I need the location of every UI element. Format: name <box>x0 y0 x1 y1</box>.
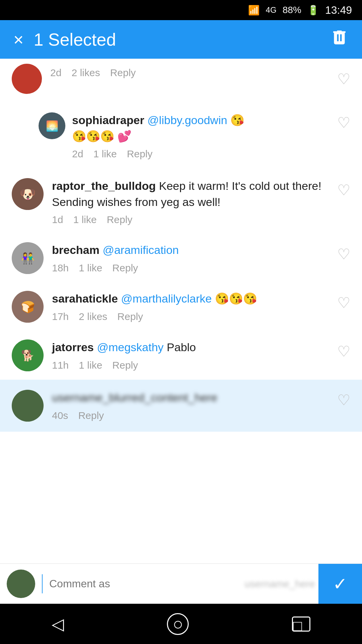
reply-button[interactable]: Reply <box>117 311 143 322</box>
avatar: 🐶 <box>12 178 44 210</box>
comment-mention: @marthalilyclarke <box>121 292 212 305</box>
comment-input-area: username_here ✓ <box>0 564 362 604</box>
reply-button[interactable]: Reply <box>107 214 132 225</box>
comment-body: jatorres @megskathy Pablo 11h 1 like Rep… <box>52 339 350 371</box>
comment-item: 🐕 jatorres @megskathy Pablo 11h 1 like R… <box>0 331 362 380</box>
comment-body: brecham @aramification 18h 1 like Reply <box>52 242 350 274</box>
comment-item: 2d 2 likes Reply ♡ <box>0 59 362 102</box>
comment-time: 2d <box>72 148 83 160</box>
selected-comment-item: username_blurred_content_here 40s Reply … <box>0 380 362 432</box>
status-bar: 📶 4G 88% 🔋 13:49 <box>0 0 362 20</box>
send-button[interactable]: ✓ <box>318 564 362 604</box>
comment-text: raptor_the_bulldog Keep it warm! It's co… <box>52 178 350 210</box>
comment-meta: 40s Reply <box>52 410 350 421</box>
comment-item: 🌅 sophiadraper @libby.goodwin 😘 😘😘😘 💕 2d… <box>27 102 362 170</box>
recent-apps-button[interactable]: □ <box>292 616 310 632</box>
reply-button[interactable]: Reply <box>78 410 104 421</box>
comment-likes: 2 likes <box>71 67 100 78</box>
comment-time: 1d <box>52 214 63 225</box>
comment-time: 17h <box>52 311 69 322</box>
like-button[interactable]: ♡ <box>337 114 350 131</box>
comment-username: jatorres <box>52 341 94 354</box>
comment-time: 11h <box>52 360 69 371</box>
comment-meta: 17h 2 likes Reply <box>52 311 350 322</box>
comment-mention: @aramification <box>103 244 179 256</box>
comment-username: raptor_the_bulldog <box>52 179 156 192</box>
avatar <box>12 64 42 94</box>
back-button[interactable]: ◁ <box>52 614 64 633</box>
avatar <box>12 390 44 422</box>
signal-icon: 4G <box>266 5 277 15</box>
comment-body: username_blurred_content_here 40s Reply <box>52 390 350 421</box>
battery-icon: 🔋 <box>307 5 319 16</box>
comment-body: sophiadraper @libby.goodwin 😘 😘😘😘 💕 2d 1… <box>72 112 350 160</box>
comment-username: brecham <box>52 244 100 256</box>
comment-meta: 11h 1 like Reply <box>52 360 350 371</box>
nav-bar: ◁ ○ □ <box>0 604 362 644</box>
reply-button[interactable]: Reply <box>112 360 138 371</box>
like-button[interactable]: ♡ <box>337 294 350 311</box>
comment-body: raptor_the_bulldog Keep it warm! It's co… <box>52 178 350 225</box>
comment-mention: @libby.goodwin <box>147 114 227 126</box>
comment-time: 18h <box>52 262 69 274</box>
comment-time: 2d <box>50 67 61 78</box>
comment-username: sarahatickle <box>52 292 118 305</box>
delete-button[interactable] <box>330 28 349 51</box>
avatar: 🍞 <box>12 291 44 323</box>
comment-likes: 1 like <box>73 214 97 225</box>
comment-meta: 2d 1 like Reply <box>72 148 350 160</box>
comment-text: sophiadraper @libby.goodwin 😘 😘😘😘 💕 <box>72 112 350 144</box>
status-icons: 📶 4G 88% 🔋 13:49 <box>248 4 352 16</box>
header-left: × 1 Selected <box>13 30 116 50</box>
comment-likes: 1 like <box>79 360 102 371</box>
current-user-avatar <box>7 570 35 598</box>
comment-meta: 1d 1 like Reply <box>52 214 350 225</box>
comment-input-field[interactable] <box>43 574 245 593</box>
comment-item: 🐶 raptor_the_bulldog Keep it warm! It's … <box>0 170 362 234</box>
like-button[interactable]: ♡ <box>337 391 350 409</box>
like-button[interactable]: ♡ <box>337 246 350 263</box>
comment-likes: 1 like <box>79 262 102 274</box>
comment-text: brecham @aramification <box>52 242 350 258</box>
header-title: 1 Selected <box>34 30 116 50</box>
comments-list: 2d 2 likes Reply ♡ 🌅 sophiadraper @libby… <box>0 59 362 564</box>
comment-item: 🍞 sarahatickle @marthalilyclarke 😘😘😘 17h… <box>0 282 362 331</box>
comment-mention: @megskathy <box>97 341 164 354</box>
close-button[interactable]: × <box>13 30 23 50</box>
comment-item: 👫 brecham @aramification 18h 1 like Repl… <box>0 234 362 282</box>
comment-body: 2d 2 likes Reply <box>50 64 350 78</box>
comment-time: 40s <box>52 410 68 421</box>
avatar: 👫 <box>12 242 44 274</box>
input-blurred-username: username_here <box>245 578 315 590</box>
like-button[interactable]: ♡ <box>337 343 350 360</box>
reply-button[interactable]: Reply <box>112 262 138 274</box>
blurred-username: username_blurred_content_here <box>52 390 217 406</box>
like-button[interactable]: ♡ <box>337 181 350 199</box>
reply-button[interactable]: Reply <box>127 148 153 160</box>
battery-label: 88% <box>283 5 301 15</box>
like-button[interactable]: ♡ <box>337 70 350 88</box>
comment-meta: 2d 2 likes Reply <box>50 67 350 78</box>
comment-likes: 2 likes <box>79 311 107 322</box>
wifi-icon: 📶 <box>248 5 260 16</box>
comment-likes: 1 like <box>93 148 117 160</box>
time-label: 13:49 <box>325 4 352 16</box>
comment-text-blurred: username_blurred_content_here <box>52 390 350 406</box>
comment-text: jatorres @megskathy Pablo <box>52 339 350 356</box>
home-button[interactable]: ○ <box>167 613 189 635</box>
avatar: 🌅 <box>39 112 65 139</box>
checkmark-icon: ✓ <box>333 574 348 594</box>
comment-text: sarahatickle @marthalilyclarke 😘😘😘 <box>52 291 350 307</box>
comment-username: sophiadraper <box>72 114 144 126</box>
app-header: × 1 Selected <box>0 20 362 59</box>
comment-meta: 18h 1 like Reply <box>52 262 350 274</box>
avatar: 🐕 <box>12 339 44 371</box>
comment-body: sarahatickle @marthalilyclarke 😘😘😘 17h 2… <box>52 291 350 322</box>
reply-button[interactable]: Reply <box>110 67 136 78</box>
